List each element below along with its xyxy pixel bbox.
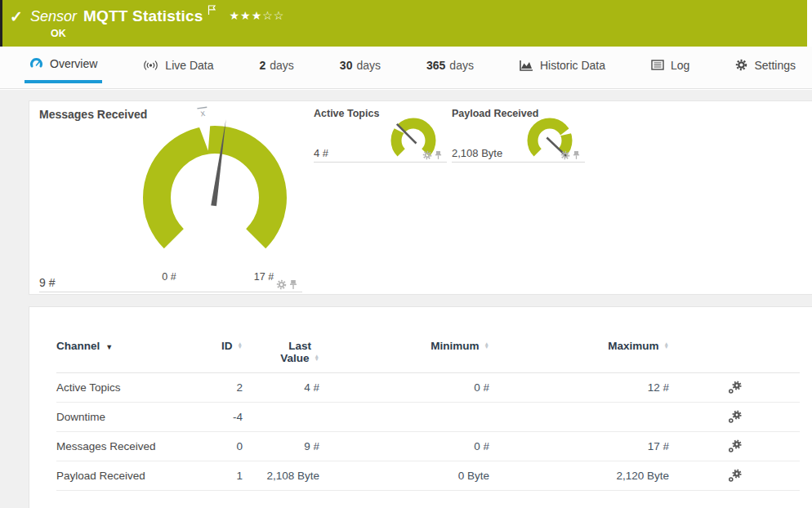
mini-tile-payload-received: Payload Received 2,108 Byte	[452, 108, 585, 163]
table-row: Active Topics 2 4 # 0 # 12 #	[56, 373, 800, 403]
tab-label: Overview	[50, 57, 97, 70]
pin-icon[interactable]	[289, 279, 297, 290]
channel-maximum: 2,120 Byte	[489, 470, 669, 482]
table-row: Downtime -4	[56, 403, 800, 432]
tab-number: 30	[340, 59, 353, 72]
channel-maximum: 12 #	[489, 381, 669, 394]
tab-bar: Overview Live Data 2 days 30 days 365 da…	[0, 47, 812, 89]
channel-id: 2	[187, 381, 243, 394]
sort-icon: ▲▼	[664, 342, 669, 349]
channel-name: Downtime	[56, 411, 187, 423]
pin-icon[interactable]	[573, 150, 580, 160]
tab-label: Settings	[754, 59, 796, 72]
primary-channel-tile: Messages Received x 0 # 17 # 9 #	[39, 108, 302, 292]
tab-number: 365	[426, 59, 445, 72]
gauge-value: 4 #	[314, 147, 328, 159]
channel-settings-icon[interactable]	[728, 439, 742, 453]
channel-name: Payload Received	[56, 470, 187, 482]
log-icon	[651, 60, 664, 70]
channel-settings-icon[interactable]	[728, 410, 742, 424]
gear-icon[interactable]	[422, 150, 432, 160]
gauge-scale-max: 17 #	[254, 271, 274, 283]
status-badge: OK	[0, 25, 807, 39]
sort-icon: ▲▼	[484, 342, 489, 349]
tab-30-days[interactable]: 30 days	[335, 47, 386, 83]
tab-label: days	[270, 59, 294, 72]
priority-star-rating[interactable]: ★★★☆☆	[230, 9, 285, 22]
flag-icon[interactable]	[207, 4, 216, 19]
gauge-scale-min: 0 #	[162, 271, 176, 283]
tab-2-days[interactable]: 2 days	[254, 47, 298, 83]
caret-down-icon: ▼	[105, 343, 113, 351]
channel-id: 0	[187, 440, 243, 452]
tab-label: Live Data	[165, 59, 213, 72]
channel-id: 1	[187, 470, 243, 482]
tab-number: 2	[259, 59, 265, 72]
channel-minimum: 0 #	[319, 381, 489, 394]
table-row: Messages Received 0 9 # 0 # 17 #	[56, 432, 800, 461]
window-edge	[0, 0, 2, 47]
channel-table: Channel▼ ID▲▼ Last Value▲▼ Minimum▲▼ Max…	[56, 340, 800, 491]
overview-content: Messages Received x 0 # 17 # 9 #	[0, 90, 812, 508]
table-header-row: Channel▼ ID▲▼ Last Value▲▼ Minimum▲▼ Max…	[56, 340, 800, 373]
tab-label: Log	[671, 59, 689, 72]
column-header-maximum[interactable]: Maximum▲▼	[489, 340, 669, 352]
column-header-channel[interactable]: Channel▼	[56, 340, 187, 352]
gear-icon[interactable]	[276, 279, 287, 290]
primary-gauge: x 0 # 17 #	[113, 100, 317, 286]
tab-log[interactable]: Log	[646, 47, 694, 83]
object-kind-label: Sensor	[30, 8, 77, 25]
channel-settings-icon[interactable]	[728, 381, 742, 394]
tab-overview[interactable]: Overview	[25, 47, 102, 83]
gauge-icon	[29, 57, 43, 69]
sort-icon: ▲▼	[238, 342, 243, 349]
sort-icon: ▲▼	[315, 354, 319, 361]
channel-last-value: 9 #	[243, 440, 319, 452]
tab-365-days[interactable]: 365 days	[422, 47, 479, 83]
tab-label: Historic Data	[540, 59, 605, 72]
column-header-minimum[interactable]: Minimum▲▼	[319, 340, 489, 352]
pin-icon[interactable]	[435, 150, 442, 160]
channel-last-value: 2,108 Byte	[243, 470, 319, 482]
channel-minimum: 0 #	[319, 440, 489, 452]
channel-table-panel: Channel▼ ID▲▼ Last Value▲▼ Minimum▲▼ Max…	[29, 306, 812, 508]
page-title: MQTT Statistics	[83, 7, 203, 25]
channel-maximum: 17 #	[489, 440, 669, 452]
gear-icon[interactable]	[560, 150, 570, 160]
gauge-value: 2,108 Byte	[452, 147, 502, 159]
channel-name: Active Topics	[56, 381, 187, 394]
stars-empty: ☆☆	[262, 9, 284, 22]
tab-label: days	[449, 59, 474, 72]
ok-check-icon: ✓	[10, 7, 23, 26]
channel-settings-icon[interactable]	[728, 469, 742, 483]
stars-filled: ★★★	[230, 9, 263, 22]
sensor-status-header: ✓ Sensor MQTT Statistics ★★★☆☆ OK	[0, 0, 807, 47]
gauges-panel: Messages Received x 0 # 17 # 9 #	[29, 100, 812, 295]
gauge-value: 9 #	[39, 276, 55, 289]
tab-live-data[interactable]: Live Data	[138, 47, 218, 83]
gear-icon	[735, 59, 747, 71]
tab-historic-data[interactable]: Historic Data	[515, 47, 610, 83]
channel-name: Messages Received	[56, 440, 187, 452]
channel-id: -4	[187, 411, 243, 423]
tab-settings[interactable]: Settings	[730, 47, 801, 83]
svg-text:x: x	[200, 108, 207, 118]
mini-tile-active-topics: Active Topics 4 #	[314, 108, 447, 163]
column-header-last-value[interactable]: Last Value▲▼	[243, 340, 319, 364]
channel-last-value: 4 #	[243, 381, 319, 394]
chart-icon	[520, 60, 533, 71]
tab-label: days	[356, 59, 381, 72]
channel-minimum: 0 Byte	[319, 470, 489, 482]
column-header-id[interactable]: ID▲▼	[187, 340, 243, 352]
broadcast-icon	[143, 60, 158, 71]
table-row: Payload Received 1 2,108 Byte 0 Byte 2,1…	[56, 461, 800, 491]
